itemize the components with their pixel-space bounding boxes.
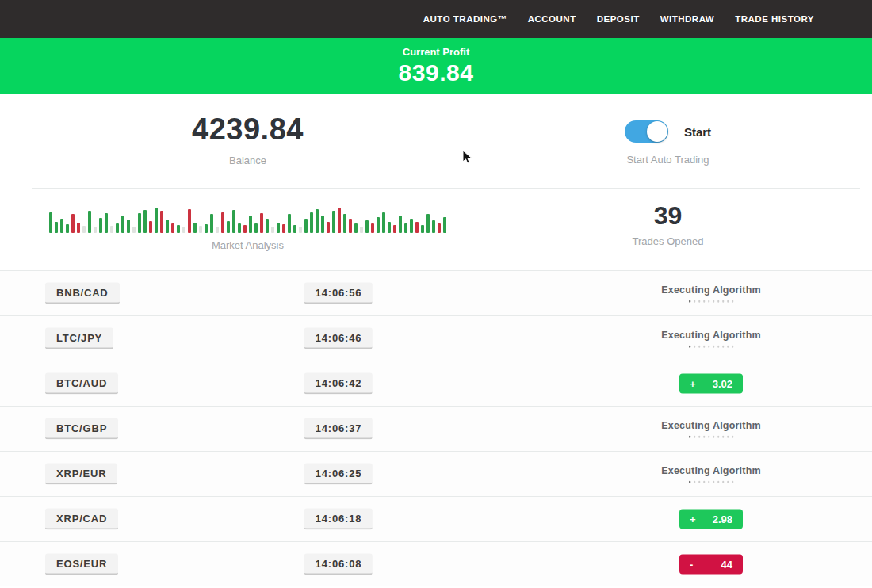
progress-dot <box>722 436 725 438</box>
progress-dot <box>717 300 720 303</box>
market-bar <box>132 227 136 233</box>
result-sign: + <box>690 514 696 525</box>
market-bar <box>332 211 335 233</box>
balance-value: 4239.84 <box>192 113 304 147</box>
start-auto-trading-toggle[interactable] <box>625 120 668 143</box>
market-bar <box>193 223 197 233</box>
progress-dots <box>661 300 761 303</box>
market-bar <box>438 223 441 233</box>
progress-dot <box>694 436 696 438</box>
progress-dot <box>708 436 710 438</box>
market-bar <box>254 223 258 233</box>
market-bar <box>182 227 185 233</box>
market-bar <box>299 227 302 233</box>
profit-badge: +3.02 <box>679 374 743 394</box>
progress-dot <box>708 300 710 303</box>
balance-block: 4239.84 Balance <box>32 94 464 188</box>
executing-algorithm-label: Executing Algorithm <box>661 284 761 296</box>
market-bar <box>238 223 241 233</box>
time-badge: 14:06:37 <box>304 418 373 440</box>
status-cell: +2.98 <box>679 510 743 529</box>
market-bar <box>310 212 313 233</box>
market-bar <box>55 222 58 233</box>
progress-dot <box>708 346 710 348</box>
executing-algorithm-label: Executing Algorithm <box>661 330 761 341</box>
auto-trading-block: Start Start Auto Trading <box>464 94 872 188</box>
market-bar <box>321 216 324 233</box>
market-bar <box>377 217 380 233</box>
status-cell: Executing Algorithm <box>661 284 761 303</box>
progress-dot <box>703 346 706 348</box>
pair-badge: LTC/JPY <box>45 328 113 349</box>
market-bar <box>288 214 291 233</box>
market-bar <box>210 214 213 233</box>
progress-dot <box>713 300 715 303</box>
market-bar <box>77 223 80 233</box>
progress-dot <box>698 300 701 303</box>
progress-dot <box>694 346 696 348</box>
market-bar <box>271 227 274 233</box>
nav-item-withdraw[interactable]: WITHDRAW <box>660 14 715 24</box>
progress-dot <box>732 300 734 303</box>
market-bar <box>360 227 363 233</box>
market-bar <box>388 222 391 233</box>
progress-dot <box>722 346 725 348</box>
market-bar <box>205 224 208 233</box>
time-badge: 14:06:08 <box>304 553 373 575</box>
market-bar <box>432 220 435 233</box>
time-badge: 14:06:25 <box>304 464 373 485</box>
toggle-knob <box>647 121 667 142</box>
status-cell: -44 <box>679 554 743 574</box>
result-sign: - <box>690 558 693 570</box>
time-badge: 14:06:42 <box>304 373 373 395</box>
nav-item-deposit[interactable]: DEPOSIT <box>597 14 640 24</box>
market-bar <box>365 220 369 233</box>
progress-dot <box>722 300 725 303</box>
market-bar <box>66 224 69 233</box>
market-bar <box>221 212 224 233</box>
market-bar <box>243 225 247 233</box>
progress-dot <box>727 481 729 483</box>
market-bar <box>88 211 91 233</box>
market-bar <box>293 225 296 233</box>
result-amount: 2.98 <box>713 514 732 525</box>
nav-item-auto-trading[interactable]: AUTO TRADING™ <box>423 14 507 24</box>
market-bar <box>127 220 130 233</box>
table-row: LTC/JPY14:06:46Executing Algorithm <box>0 315 872 361</box>
market-bar <box>94 227 97 233</box>
result-amount: 3.02 <box>713 378 732 390</box>
result-sign: + <box>690 378 696 390</box>
market-bar <box>327 222 330 233</box>
progress-dot <box>727 346 729 348</box>
progress-dot <box>732 346 734 348</box>
progress-dot <box>713 346 715 348</box>
market-bar <box>143 210 147 233</box>
market-bar <box>443 217 446 233</box>
table-row: BTC/GBP14:06:37Executing Algorithm <box>0 406 872 451</box>
progress-dot <box>717 481 720 483</box>
progress-dot <box>689 346 691 348</box>
toggle-label: Start <box>684 125 711 139</box>
current-profit-label: Current Profit <box>403 46 470 58</box>
pair-badge: BTC/GBP <box>45 418 118 440</box>
progress-dot <box>727 436 729 438</box>
market-bar <box>316 209 319 233</box>
time-badge: 14:06:46 <box>304 328 373 349</box>
table-row: BTC/AUD14:06:42+3.02 <box>0 361 872 406</box>
nav-item-account[interactable]: ACCOUNT <box>528 14 576 24</box>
market-bar <box>71 214 75 233</box>
market-bar <box>266 219 269 233</box>
market-bar <box>343 214 346 233</box>
progress-dot <box>703 300 706 303</box>
time-badge: 14:06:18 <box>304 509 373 530</box>
nav-item-trade-history[interactable]: TRADE HISTORY <box>735 14 814 24</box>
progress-dot <box>717 346 720 348</box>
pair-badge: XRP/CAD <box>45 509 118 530</box>
progress-dot <box>732 481 734 483</box>
status-cell: Executing Algorithm <box>661 420 761 438</box>
market-bar <box>138 213 141 233</box>
auto-trading-app: AUTO TRADING™ACCOUNTDEPOSITWITHDRAWTRADE… <box>0 0 872 588</box>
progress-dot <box>717 436 720 438</box>
progress-dot <box>698 436 701 438</box>
trades-opened-label: Trades Opened <box>633 235 704 247</box>
